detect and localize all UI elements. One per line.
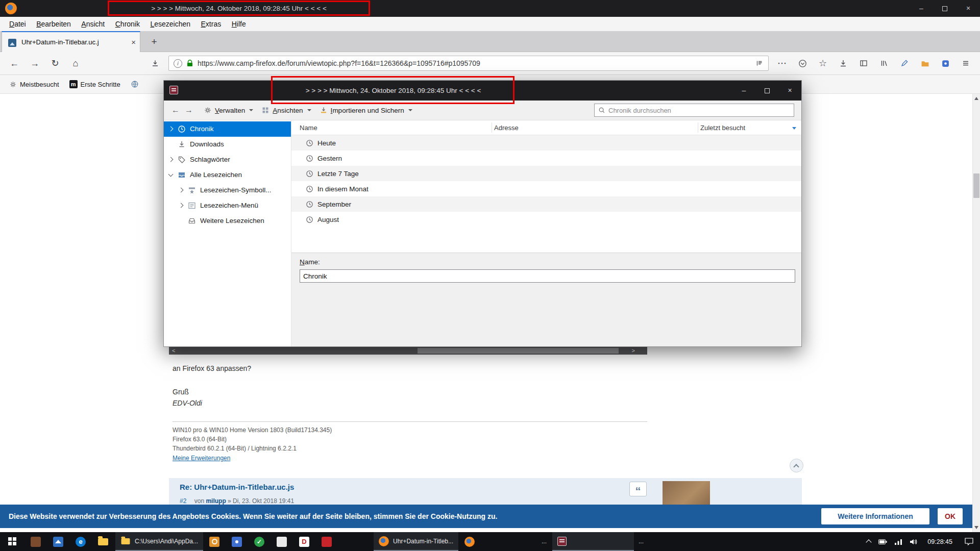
organize-menu-button[interactable]: Verwalten xyxy=(204,106,253,114)
file-explorer-icon[interactable] xyxy=(92,532,114,551)
history-row-in-diesem-monat[interactable]: In diesem Monat xyxy=(291,181,801,196)
pocket-icon[interactable] xyxy=(792,55,813,71)
post-number-link[interactable]: #2 xyxy=(180,497,186,505)
sidebar-item-schlagwoerter[interactable]: Schlagwörter xyxy=(164,152,291,167)
sidebar-item-alle-lesezeichen[interactable]: Alle Lesezeichen xyxy=(164,167,291,183)
bookmark-erste-schritte[interactable]: m Erste Schritte xyxy=(66,80,124,88)
column-header-name[interactable]: Name xyxy=(300,120,317,135)
scrollbar-thumb[interactable] xyxy=(418,348,619,354)
cookie-ok-button[interactable]: OK xyxy=(938,508,963,524)
bookmark-star-icon[interactable]: ☆ xyxy=(813,55,833,71)
taskbar-library-window-button[interactable] xyxy=(552,532,634,551)
menu-datei[interactable]: Datei xyxy=(5,17,30,31)
library-maximize-button[interactable] xyxy=(755,81,778,101)
sidebar-item-downloads[interactable]: Downloads xyxy=(164,137,291,152)
history-row-letzte-7-tage[interactable]: Letzte 7 Tage xyxy=(291,166,801,181)
views-menu-button[interactable]: Ansichten xyxy=(261,106,311,114)
code-block-horizontal-scrollbar[interactable]: < > xyxy=(169,347,647,355)
library-forward-button[interactable]: → xyxy=(182,106,195,115)
bookmark-globe[interactable] xyxy=(128,80,142,88)
library-close-button[interactable]: × xyxy=(778,81,801,101)
sidebar-item-lesezeichen-menue[interactable]: Lesezeichen-Menü xyxy=(164,198,291,213)
bookmark-meistbesucht[interactable]: Meistbesucht xyxy=(6,81,62,88)
scroll-left-arrow[interactable]: < xyxy=(172,347,175,354)
history-row-heute[interactable]: Heute xyxy=(291,135,801,151)
close-button[interactable]: × xyxy=(957,0,980,17)
key-icon[interactable] xyxy=(203,532,226,551)
sidebar-toggle-icon[interactable] xyxy=(853,55,874,71)
sort-direction-icon[interactable] xyxy=(792,127,796,130)
network-icon[interactable] xyxy=(895,539,902,545)
quote-button[interactable]: “ xyxy=(629,482,647,496)
new-tab-button[interactable]: + xyxy=(146,34,162,49)
antivirus-check-icon[interactable]: ✓ xyxy=(248,532,271,551)
pen-extension-icon[interactable] xyxy=(894,55,915,71)
expander-icon[interactable] xyxy=(168,172,174,177)
scroll-up-arrow[interactable] xyxy=(974,97,978,100)
column-separator[interactable] xyxy=(698,122,698,133)
expander-icon[interactable] xyxy=(168,127,174,132)
taskbar-explorer-window-button[interactable]: C:\Users\Andi\AppDa... xyxy=(115,532,203,551)
url-bar[interactable]: i https://www.camp-firefox.de/forum/view… xyxy=(168,56,769,71)
maximize-button[interactable] xyxy=(933,0,957,17)
notification-center-icon[interactable] xyxy=(958,532,980,551)
menu-extras[interactable]: Extras xyxy=(197,17,226,31)
column-separator[interactable] xyxy=(492,122,492,133)
post-user-link[interactable]: milupp xyxy=(206,497,226,505)
detail-name-input[interactable] xyxy=(300,269,795,283)
letter-d-icon[interactable]: D xyxy=(293,532,315,551)
post-title-link[interactable]: Re: Uhr+Datum-in-Titlebar.uc.js xyxy=(180,483,294,491)
site-info-icon[interactable]: i xyxy=(174,59,182,68)
library-search-box[interactable] xyxy=(594,104,794,117)
scroll-down-arrow[interactable] xyxy=(974,526,978,529)
downloads-icon[interactable] xyxy=(833,55,853,71)
back-to-top-button[interactable] xyxy=(790,459,803,472)
photos-icon[interactable] xyxy=(47,532,69,551)
page-actions-icon[interactable]: ⋯ xyxy=(772,55,792,71)
menu-bearbeiten[interactable]: Bearbeiten xyxy=(32,17,75,31)
scroll-right-arrow[interactable]: > xyxy=(632,347,635,354)
red-app-icon[interactable] xyxy=(315,532,338,551)
blue-extension-icon[interactable] xyxy=(935,55,955,71)
start-button[interactable] xyxy=(0,532,24,551)
back-button[interactable]: ← xyxy=(4,55,24,71)
history-row-gestern[interactable]: Gestern xyxy=(291,151,801,166)
tray-chevron-up-icon[interactable] xyxy=(866,539,872,545)
save-to-library-icon[interactable] xyxy=(145,55,165,71)
reload-button[interactable]: ↻ xyxy=(45,55,65,71)
forward-button[interactable]: → xyxy=(24,55,45,71)
library-search-input[interactable] xyxy=(608,107,790,114)
menu-hamburger-icon[interactable] xyxy=(955,55,976,71)
home-button[interactable]: ⌂ xyxy=(65,55,86,71)
menu-lesezeichen[interactable]: Lesezeichen xyxy=(146,17,194,31)
column-header-adresse[interactable]: Adresse xyxy=(494,120,519,135)
tab-close-icon[interactable]: × xyxy=(131,32,136,52)
menu-ansicht[interactable]: Ansicht xyxy=(77,17,109,31)
scrollbar-thumb[interactable] xyxy=(973,173,979,198)
sidebar-item-chronik[interactable]: Chronik xyxy=(164,121,291,137)
signature-link[interactable]: Meine Erweiterungen xyxy=(173,455,230,462)
library-icon[interactable] xyxy=(874,55,894,71)
folder-extension-icon[interactable] xyxy=(915,55,935,71)
expander-icon[interactable] xyxy=(179,203,184,208)
reader-mode-icon[interactable] xyxy=(755,59,764,67)
library-minimize-button[interactable]: – xyxy=(732,81,755,101)
menu-hilfe[interactable]: Hilfe xyxy=(228,17,250,31)
blue-app-icon[interactable] xyxy=(226,532,248,551)
expander-icon[interactable] xyxy=(179,188,184,193)
expander-icon[interactable] xyxy=(168,157,174,162)
sidebar-item-weitere-lesezeichen[interactable]: Weitere Lesezeichen xyxy=(164,213,291,229)
page-vertical-scrollbar[interactable] xyxy=(972,94,980,532)
minimize-button[interactable]: – xyxy=(910,0,933,17)
battery-icon[interactable] xyxy=(878,539,887,544)
white-app-icon[interactable] xyxy=(271,532,293,551)
taskbar-clock[interactable]: 09:28:45 xyxy=(922,532,958,551)
firefox-icon-button[interactable] xyxy=(458,532,481,551)
library-back-button[interactable]: ← xyxy=(169,106,182,115)
volume-icon[interactable] xyxy=(910,539,917,545)
edge-icon[interactable]: e xyxy=(69,532,92,551)
column-header-zuletzt-besucht[interactable]: Zuletzt besucht xyxy=(700,120,745,135)
menu-chronik[interactable]: Chronik xyxy=(111,17,144,31)
sidebar-item-lesezeichen-symbolleiste[interactable]: Lesezeichen-Symboll... xyxy=(164,183,291,198)
pinned-app-brown-icon[interactable] xyxy=(24,532,47,551)
